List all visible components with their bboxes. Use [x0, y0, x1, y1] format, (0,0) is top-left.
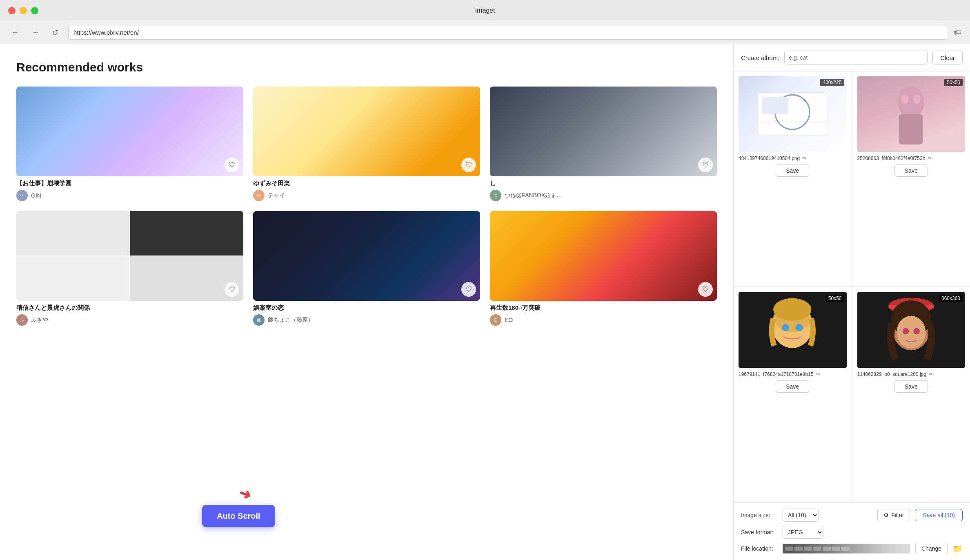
- work-image: ♡: [490, 211, 717, 301]
- image-thumbnail-container: 50x50: [739, 292, 847, 368]
- forward-button[interactable]: →: [29, 27, 42, 38]
- svg-point-10: [782, 324, 790, 331]
- loc-block: [785, 547, 793, 551]
- image-card: 400x225 4841397460619410504.png ✏ Save: [734, 71, 852, 287]
- image-filename-row: 19679141_f76824a1718781e8b15 ✏: [739, 371, 847, 377]
- svg-point-7: [914, 94, 921, 104]
- loc-block: [804, 547, 812, 551]
- image-thumbnail-container: 50x50: [857, 76, 966, 152]
- list-item[interactable]: ♡ 晴信さんと景虎さんの関係 ふ ふきや: [16, 211, 243, 326]
- work-author: つ つね@FANBOX始ま…: [490, 190, 717, 201]
- page-title: Recommended works: [16, 60, 717, 74]
- refresh-button[interactable]: ↺: [49, 27, 62, 39]
- author-name: チャイ: [268, 192, 285, 199]
- back-button[interactable]: ←: [8, 27, 22, 38]
- save-button[interactable]: Save: [776, 380, 809, 393]
- image-thumbnail-container: 360x360: [857, 292, 966, 368]
- sidebar-header: Create album: Clear: [734, 44, 970, 71]
- maximize-button[interactable]: [31, 7, 38, 14]
- sidebar-footer: Image size: All (10) Large Medium Small …: [734, 502, 970, 560]
- close-button[interactable]: [8, 7, 16, 14]
- minimize-button[interactable]: [20, 7, 27, 14]
- filter-label: Filter: [891, 512, 904, 518]
- work-title: ゆずみそ田楽: [253, 180, 480, 187]
- tag-icon[interactable]: 🏷: [954, 28, 962, 37]
- work-title: 再生数180○万突破: [490, 304, 717, 312]
- folder-icon[interactable]: 📁: [952, 544, 963, 553]
- work-author: 藤 藤ちょこ（藤原）: [253, 314, 480, 326]
- avatar: G: [16, 190, 28, 201]
- url-input[interactable]: [68, 26, 947, 40]
- list-item[interactable]: ♡ し つ つね@FANBOX始ま…: [490, 87, 717, 201]
- save-all-button[interactable]: Save all (10): [915, 509, 963, 521]
- browser-content: Recommended works ♡ 【お仕事】崩壊学園 G GIN ♡ ゆず…: [0, 44, 733, 560]
- work-image: ♡: [253, 211, 480, 301]
- favorite-button[interactable]: ♡: [225, 282, 239, 297]
- avatar: 藤: [253, 314, 265, 326]
- clear-button[interactable]: Clear: [932, 51, 963, 64]
- image-size-select[interactable]: All (10) Large Medium Small: [783, 509, 819, 522]
- work-title: 【お仕事】崩壊学園: [16, 180, 243, 187]
- filter-icon: ⚙: [883, 512, 889, 518]
- image-thumbnail: [857, 76, 966, 152]
- edit-icon[interactable]: ✏: [928, 155, 932, 161]
- image-filename: 19679141_f76824a1718781e8b15: [739, 371, 814, 377]
- sidebar-images-grid: 400x225 4841397460619410504.png ✏ Save: [734, 71, 970, 502]
- image-thumbnail: [857, 292, 966, 368]
- thumbnail-graphic: [879, 84, 943, 144]
- edit-icon[interactable]: ✏: [802, 155, 807, 161]
- svg-point-6: [901, 94, 909, 104]
- edit-icon[interactable]: ✏: [929, 371, 933, 377]
- save-button[interactable]: Save: [776, 164, 809, 177]
- thumbnail-graphic: [749, 84, 836, 144]
- auto-scroll-button[interactable]: Auto Scroll: [202, 505, 275, 527]
- image-filename-row: 4841397460619410504.png ✏: [739, 155, 847, 161]
- loc-block: [823, 547, 831, 551]
- list-item[interactable]: ♡ ゆずみそ田楽 チ チャイ: [253, 87, 480, 201]
- change-button[interactable]: Change: [915, 543, 948, 554]
- loc-block: [813, 547, 821, 551]
- save-format-row: Save format: JPEG PNG WEBP: [741, 526, 963, 539]
- list-item[interactable]: ♡ 娯楽室の恋 藤 藤ちょこ（藤原）: [253, 211, 480, 326]
- save-format-select[interactable]: JPEG PNG WEBP: [783, 526, 823, 539]
- image-filename-row: 114062829_p0_square1200.jpg ✏: [857, 371, 966, 377]
- edit-icon[interactable]: ✏: [816, 371, 821, 377]
- thumbnail-graphic: [749, 296, 836, 364]
- image-filename: 4841397460619410504.png: [739, 156, 800, 161]
- image-size-label: Image size:: [741, 512, 778, 518]
- auto-scroll-container: ➜ Auto Scroll: [202, 505, 275, 527]
- sidebar: Create album: Clear: [733, 44, 970, 560]
- list-item[interactable]: ♡ 再生数180○万突破 E EO: [490, 211, 717, 326]
- author-name: GIN: [31, 192, 41, 199]
- file-location-row: File location: Change 📁: [741, 543, 963, 554]
- svg-point-18: [903, 328, 909, 335]
- image-size-badge: 360x360: [939, 295, 963, 302]
- filter-button[interactable]: ⚙ Filter: [877, 509, 910, 521]
- titlebar: Imaget: [0, 0, 970, 21]
- save-button[interactable]: Save: [894, 164, 928, 177]
- svg-point-4: [898, 86, 924, 118]
- svg-point-19: [913, 328, 920, 335]
- work-image: ♡: [253, 87, 480, 176]
- svg-point-12: [774, 298, 812, 321]
- work-author: ふ ふきや: [16, 314, 243, 326]
- thumbnail-graphic: [868, 296, 954, 364]
- image-card: 360x360 114062829_p0_square1200.jpg ✏ Sa…: [852, 287, 970, 502]
- work-author: E EO: [490, 314, 717, 326]
- favorite-button[interactable]: ♡: [461, 282, 476, 297]
- image-thumbnail-container: 400x225: [739, 76, 847, 152]
- work-author: チ チャイ: [253, 190, 480, 201]
- save-format-label: Save format:: [741, 529, 778, 536]
- image-card: 50x50 19679141_f76824a1718781e8b15 ✏ Sav…: [734, 287, 852, 502]
- favorite-button[interactable]: ♡: [225, 158, 239, 172]
- album-input[interactable]: [784, 51, 928, 64]
- loc-block: [832, 547, 840, 551]
- save-button[interactable]: Save: [894, 380, 928, 393]
- favorite-button[interactable]: ♡: [698, 282, 713, 297]
- favorite-button[interactable]: ♡: [461, 158, 476, 172]
- list-item[interactable]: ♡ 【お仕事】崩壊学園 G GIN: [16, 87, 243, 201]
- work-image: ♡: [16, 87, 243, 176]
- image-size-badge: 50x50: [944, 79, 963, 86]
- author-name: 藤ちょこ（藤原）: [268, 316, 314, 324]
- favorite-button[interactable]: ♡: [698, 158, 713, 172]
